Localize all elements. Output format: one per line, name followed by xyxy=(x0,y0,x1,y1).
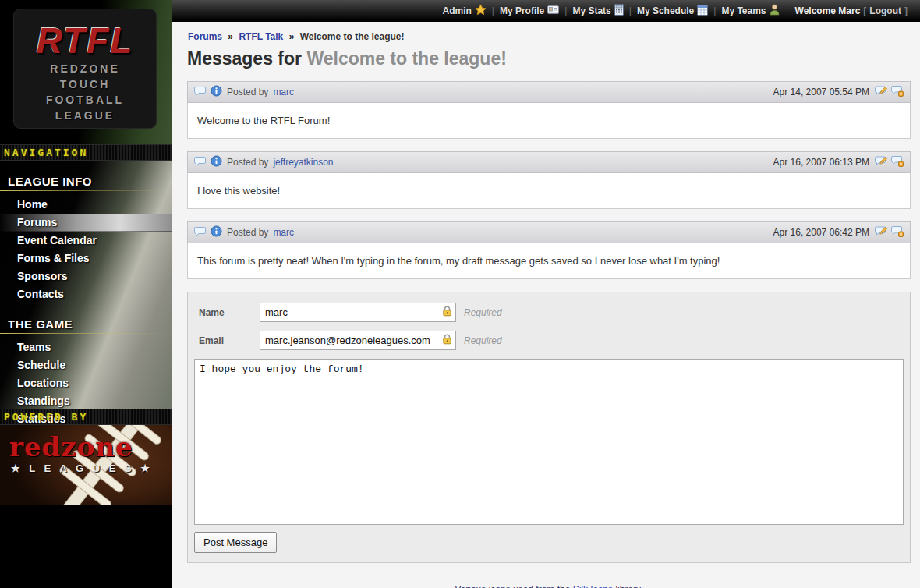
topbar-separator: | xyxy=(564,5,567,16)
sidebar-filler xyxy=(0,505,172,588)
posted-by-label: Posted by xyxy=(227,157,268,168)
info-icon[interactable] xyxy=(211,155,222,169)
sidebar-item-standings[interactable]: Standings xyxy=(0,392,172,410)
message-header-left: Posted by marc xyxy=(194,225,773,239)
leagues-wordmark: ★ L E A G U E S ★ xyxy=(11,462,153,474)
topbar-separator: | xyxy=(713,5,716,16)
message-actions xyxy=(875,225,904,239)
topbar-item-my-schedule[interactable]: My Schedule xyxy=(637,5,708,18)
page-footer: Various icons used from the Silk Icons l… xyxy=(187,584,911,588)
message-actions xyxy=(875,155,904,169)
post-message-button[interactable]: Post Message xyxy=(194,532,277,553)
section-title-the-game: THE GAME xyxy=(0,313,172,333)
league-logo-box: RTFL REDZONE TOUCH FOOTBALL LEAGUE xyxy=(14,9,156,128)
author-link[interactable]: marc xyxy=(273,87,294,97)
message-header-left: Posted by marc xyxy=(194,85,773,99)
message-textarea[interactable]: I hope you enjoy the forum! xyxy=(194,359,904,525)
delete-comment-icon[interactable] xyxy=(891,225,904,239)
breadcrumb: Forums » RTFL Talk » Welcome to the leag… xyxy=(187,30,911,42)
section-divider xyxy=(0,190,172,191)
breadcrumb-link-forums[interactable]: Forums xyxy=(188,31,222,42)
schedule-icon xyxy=(697,5,708,18)
sidebar-item-forums[interactable]: Forums xyxy=(0,214,172,232)
email-input[interactable] xyxy=(260,331,456,350)
edit-comment-icon[interactable] xyxy=(875,85,887,99)
calculator-icon xyxy=(614,4,624,18)
comment-icon xyxy=(194,226,206,239)
silk-icons-link[interactable]: Silk Icons xyxy=(573,584,613,588)
email-input-wrap xyxy=(260,331,456,350)
forum-message: Posted by marc Apr 14, 2007 05:54 PM Wel… xyxy=(187,81,911,139)
breadcrumb-separator: » xyxy=(228,31,233,42)
post-message-form: Name Required Email Required I hope you … xyxy=(187,292,911,563)
logo-line: FOOTBALL xyxy=(14,92,156,108)
logout-bracket: [ xyxy=(863,5,866,16)
section-title-league-info: LEAGUE INFO xyxy=(0,170,172,190)
topbar-item-label: Admin xyxy=(442,5,471,16)
sidebar-item-event-calendar[interactable]: Event Calendar xyxy=(0,232,172,250)
logo-line: LEAGUE xyxy=(14,108,156,123)
breadcrumb-current: Welcome to the league! xyxy=(300,31,405,42)
league-logo-acronym: RTFL xyxy=(14,20,156,61)
topbar-item-my-teams[interactable]: My Teams xyxy=(721,4,779,18)
section-divider xyxy=(0,333,172,334)
breadcrumb-link-rtfl-talk[interactable]: RTFL Talk xyxy=(239,31,283,42)
footer-credits-icons: Various icons used from the Silk Icons l… xyxy=(187,584,911,588)
name-row: Name Required xyxy=(194,303,904,322)
comment-icon xyxy=(194,86,206,99)
message-body: I love this website! xyxy=(187,173,911,209)
topbar-item-label: My Teams xyxy=(721,5,766,16)
comment-icon xyxy=(194,156,206,169)
author-link[interactable]: jeffreyatkinson xyxy=(273,157,333,168)
topbar-item-label: My Profile xyxy=(500,5,544,16)
redzone-wordmark: redzone xyxy=(9,431,133,462)
page-title-prefix: Messages for xyxy=(187,48,306,69)
league-logo-text: REDZONE TOUCH FOOTBALL LEAGUE xyxy=(14,61,156,123)
message-body: This forum is pretty neat! When I'm typi… xyxy=(187,243,911,279)
sidebar-item-schedule[interactable]: Schedule xyxy=(0,356,172,374)
message-header: Posted by jeffreyatkinson Apr 16, 2007 0… xyxy=(187,151,911,173)
message-header: Posted by marc Apr 16, 2007 06:42 PM xyxy=(187,221,911,243)
powered-by-header: POWERED BY xyxy=(0,409,172,425)
email-row: Email Required xyxy=(194,331,904,350)
author-link[interactable]: marc xyxy=(273,227,294,238)
main-content: Forums » RTFL Talk » Welcome to the leag… xyxy=(172,22,920,588)
redzone-leagues-logo[interactable]: redzone ★ L E A G U E S ★ xyxy=(0,425,172,505)
info-icon[interactable] xyxy=(211,225,222,239)
sidebar-item-sponsors[interactable]: Sponsors xyxy=(0,267,172,285)
footer-text: library. xyxy=(613,584,642,588)
message-date: Apr 16, 2007 06:42 PM xyxy=(773,227,869,238)
page-title-topic: Welcome to the league! xyxy=(306,48,506,69)
delete-comment-icon[interactable] xyxy=(891,85,904,99)
name-label: Name xyxy=(194,307,260,318)
sidebar-nav: LEAGUE INFO Home Forums Event Calendar F… xyxy=(0,161,172,409)
spacer xyxy=(0,303,172,313)
logout-button[interactable]: Logout xyxy=(869,5,901,16)
name-input[interactable] xyxy=(260,303,456,322)
edit-comment-icon[interactable] xyxy=(875,225,887,239)
posted-by-label: Posted by xyxy=(227,87,268,97)
forum-message: Posted by marc Apr 16, 2007 06:42 PM Thi… xyxy=(187,221,911,279)
topbar-item-my-stats[interactable]: My Stats xyxy=(572,4,623,18)
delete-comment-icon[interactable] xyxy=(891,155,904,169)
info-icon[interactable] xyxy=(211,85,222,99)
sidebar-item-contacts[interactable]: Contacts xyxy=(0,285,172,303)
topbar-item-my-profile[interactable]: My Profile xyxy=(500,5,559,17)
edit-comment-icon[interactable] xyxy=(875,155,887,169)
sidebar-item-locations[interactable]: Locations xyxy=(0,374,172,392)
sidebar-item-teams[interactable]: Teams xyxy=(0,338,172,356)
topbar-item-admin[interactable]: Admin xyxy=(442,4,486,18)
footer-text: Various icons used from the xyxy=(455,584,573,588)
sidebar-item-forms-files[interactable]: Forms & Files xyxy=(0,250,172,267)
message-body: Welcome to the RTFL Forum! xyxy=(187,103,911,139)
user-icon xyxy=(770,4,780,18)
email-label: Email xyxy=(194,335,260,346)
message-header-left: Posted by jeffreyatkinson xyxy=(194,155,773,169)
lock-icon xyxy=(442,306,452,320)
forum-message: Posted by jeffreyatkinson Apr 16, 2007 0… xyxy=(187,151,911,209)
welcome-text: Welcome Marc xyxy=(795,5,861,16)
message-header: Posted by marc Apr 14, 2007 05:54 PM xyxy=(187,81,911,103)
vcard-icon xyxy=(547,5,559,17)
required-label: Required xyxy=(464,335,502,346)
sidebar-item-home[interactable]: Home xyxy=(0,196,172,214)
